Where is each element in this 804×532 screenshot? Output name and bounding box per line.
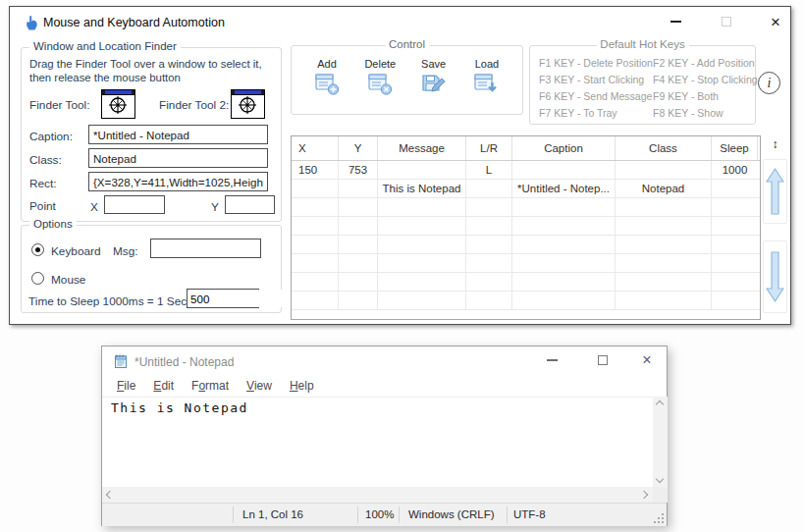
text-editor-area[interactable]: This is Notepad <box>102 397 653 487</box>
menu-format[interactable]: Format <box>183 377 238 397</box>
table-row-empty[interactable] <box>292 273 760 292</box>
grid-cell[interactable] <box>339 273 378 291</box>
grid-cell[interactable] <box>616 292 712 309</box>
grid-cell[interactable] <box>712 273 758 291</box>
grid-cell[interactable] <box>712 180 758 197</box>
scroll-up-icon[interactable] <box>656 400 664 408</box>
minimize-button[interactable] <box>534 346 569 374</box>
keyboard-radio[interactable] <box>31 243 44 256</box>
vertical-scrollbar[interactable] <box>653 397 668 487</box>
menu-help[interactable]: Help <box>281 377 323 397</box>
grid-cell[interactable] <box>378 273 466 291</box>
grid-cell[interactable] <box>378 217 466 235</box>
grid-column-header[interactable]: Sleep <box>712 136 758 160</box>
grid-cell[interactable] <box>378 236 466 253</box>
grid-cell[interactable] <box>712 236 758 253</box>
grid-cell[interactable]: 1000 <box>712 161 758 179</box>
move-up-button[interactable] <box>763 159 787 224</box>
close-button[interactable]: × <box>756 7 795 36</box>
grid-cell[interactable] <box>712 198 758 216</box>
grid-cell[interactable] <box>466 217 512 235</box>
titlebar[interactable]: Mouse and Keyboard Automotion × <box>10 7 790 39</box>
menu-edit[interactable]: Edit <box>144 377 183 397</box>
grid-cell[interactable]: Notepad <box>616 180 712 197</box>
grid-cell[interactable] <box>292 198 339 216</box>
grid-cell[interactable] <box>292 292 339 309</box>
delete-button[interactable]: Delete <box>356 58 403 100</box>
grid-cell[interactable] <box>616 254 712 272</box>
maximize-button[interactable] <box>585 346 620 374</box>
titlebar[interactable]: *Untitled - Notepad × <box>102 346 667 376</box>
table-row-empty[interactable] <box>292 236 760 254</box>
grid-cell[interactable] <box>616 273 712 291</box>
grid-cell[interactable] <box>712 254 758 272</box>
grid-cell[interactable] <box>292 236 339 253</box>
grid-cell[interactable] <box>339 254 378 272</box>
grid-cell[interactable] <box>292 217 339 235</box>
grid-cell[interactable] <box>616 161 712 179</box>
msg-input[interactable] <box>150 239 261 258</box>
table-row-empty[interactable] <box>292 254 760 273</box>
table-row[interactable]: 150753L1000 <box>292 161 760 180</box>
info-button[interactable]: i <box>758 72 780 94</box>
menu-file[interactable]: File <box>108 377 144 397</box>
grid-column-header[interactable]: Message <box>378 136 466 160</box>
grid-cell[interactable] <box>466 180 512 197</box>
scroll-left-icon[interactable] <box>106 491 114 499</box>
grid-cell[interactable] <box>339 180 378 197</box>
grid-cell[interactable] <box>378 161 466 179</box>
table-row-empty[interactable] <box>292 198 760 217</box>
mouse-radio[interactable] <box>31 272 44 285</box>
grid-cell[interactable] <box>378 254 466 272</box>
grid-cell[interactable] <box>466 198 512 216</box>
menu-view[interactable]: View <box>238 377 281 397</box>
class-input[interactable] <box>88 148 268 168</box>
close-button[interactable]: × <box>629 346 665 374</box>
point-y-input[interactable] <box>225 195 275 214</box>
grid-cell[interactable] <box>512 254 616 272</box>
grid-cell[interactable] <box>466 292 512 309</box>
horizontal-scrollbar[interactable] <box>102 487 653 503</box>
grid-cell[interactable] <box>466 236 512 253</box>
table-row-empty[interactable] <box>292 217 760 236</box>
grid-cell[interactable] <box>712 292 758 309</box>
grid-column-header[interactable]: L/R <box>466 136 512 160</box>
resize-grip-icon[interactable] <box>654 513 664 523</box>
grid-column-header[interactable]: Y <box>339 136 378 160</box>
grid-cell[interactable]: 150 <box>292 161 339 179</box>
load-button[interactable]: Load <box>463 58 510 100</box>
table-row-empty[interactable] <box>292 292 760 310</box>
grid-cell[interactable] <box>292 273 339 291</box>
scroll-down-icon[interactable] <box>656 475 664 483</box>
grid-cell[interactable] <box>512 292 616 309</box>
grid-cell[interactable] <box>339 198 378 216</box>
grid-cell[interactable] <box>292 254 339 272</box>
grid-cell[interactable]: 753 <box>339 161 378 179</box>
grid-cell[interactable] <box>292 180 339 197</box>
grid-cell[interactable] <box>512 273 616 291</box>
add-button[interactable]: Add <box>303 58 350 100</box>
move-down-button[interactable] <box>763 240 787 313</box>
grid-cell[interactable] <box>466 273 512 291</box>
caption-input[interactable] <box>88 125 268 144</box>
grid-cell[interactable] <box>512 198 616 216</box>
grid-column-header[interactable]: X <box>292 136 339 160</box>
finder-tool-drag-target[interactable] <box>101 89 135 119</box>
grid-cell[interactable] <box>339 292 378 309</box>
grid-column-header[interactable]: Caption <box>512 136 616 160</box>
minimize-button[interactable] <box>656 7 695 36</box>
maximize-button[interactable] <box>707 7 746 36</box>
grid-cell[interactable]: *Untitled - Notep... <box>512 180 616 197</box>
grid-column-header[interactable]: Class <box>616 136 712 160</box>
save-button[interactable]: Save <box>410 58 457 100</box>
grid-cell[interactable] <box>378 198 466 216</box>
grid-cell[interactable] <box>512 217 616 235</box>
rect-input[interactable] <box>88 172 268 191</box>
grid-cell[interactable] <box>616 217 712 235</box>
grid-cell[interactable] <box>616 198 712 216</box>
grid-cell[interactable] <box>512 161 616 179</box>
grid-cell[interactable]: L <box>466 161 512 179</box>
grid-cell[interactable] <box>339 236 378 253</box>
grid-cell[interactable] <box>616 236 712 253</box>
grid-cell[interactable] <box>378 292 466 309</box>
